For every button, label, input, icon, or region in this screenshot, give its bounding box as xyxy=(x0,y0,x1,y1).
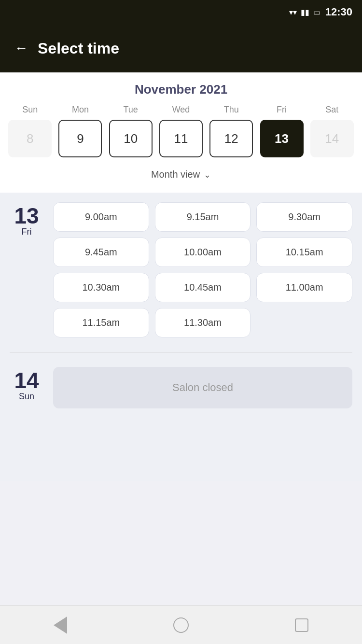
time-slot-1045am[interactable]: 10.45am xyxy=(155,273,251,302)
time-slot-1115am[interactable]: 11.15am xyxy=(53,308,149,337)
day-separator xyxy=(10,352,352,352)
recents-icon xyxy=(295,618,308,632)
time-slot-1030am[interactable]: 10.30am xyxy=(53,273,149,302)
time-slot-1100am[interactable]: 11.00am xyxy=(256,273,352,302)
signal-icon: ▮▮ xyxy=(301,8,309,17)
date-14[interactable]: 14 xyxy=(310,120,354,157)
weekday-headers: Sun Mon Tue Wed Thu Fri Sat xyxy=(0,105,362,115)
time-slot-1015am[interactable]: 10.15am xyxy=(256,238,352,267)
day-row-14: 14 Sun Salon closed xyxy=(10,367,352,408)
date-13[interactable]: 13 xyxy=(260,120,304,157)
weekday-tue: Tue xyxy=(109,105,153,115)
page-title: Select time xyxy=(38,40,119,57)
time-slot-915am[interactable]: 9.15am xyxy=(155,202,251,232)
nav-home-button[interactable] xyxy=(172,616,190,634)
weekday-sat: Sat xyxy=(310,105,354,115)
wifi-icon: ▾▾ xyxy=(289,8,297,17)
month-year-label: November 2021 xyxy=(0,82,362,97)
weekday-mon: Mon xyxy=(58,105,102,115)
time-slot-1000am[interactable]: 10.00am xyxy=(155,238,251,267)
nav-recents-button[interactable] xyxy=(293,616,310,634)
weekday-fri: Fri xyxy=(260,105,304,115)
nav-back-button[interactable] xyxy=(52,616,69,634)
day-label-14: 14 Sun xyxy=(10,367,43,402)
date-12[interactable]: 12 xyxy=(209,120,253,157)
battery-icon: ▭ xyxy=(313,8,320,17)
time-grid-13: 9.00am 9.15am 9.30am 9.45am 10.00am 10.1… xyxy=(53,202,352,337)
date-10[interactable]: 10 xyxy=(109,120,153,157)
status-bar: ▾▾ ▮▮ ▭ 12:30 xyxy=(0,0,362,24)
status-time: 12:30 xyxy=(325,6,352,18)
month-view-toggle[interactable]: Month view ⌄ xyxy=(0,164,362,188)
time-slot-945am[interactable]: 9.45am xyxy=(53,238,149,267)
status-icons: ▾▾ ▮▮ ▭ xyxy=(289,8,320,17)
day-row-13: 13 Fri 9.00am 9.15am 9.30am 9.45am 10.00… xyxy=(10,202,352,337)
time-slot-900am[interactable]: 9.00am xyxy=(53,202,149,232)
bottom-navigation xyxy=(0,605,362,644)
weekday-wed: Wed xyxy=(159,105,203,115)
date-8[interactable]: 8 xyxy=(8,120,52,157)
salon-closed-message: Salon closed xyxy=(53,367,352,408)
weekday-thu: Thu xyxy=(209,105,253,115)
day-label-13: 13 Fri xyxy=(10,202,43,237)
chevron-down-icon: ⌄ xyxy=(204,169,211,180)
date-11[interactable]: 11 xyxy=(159,120,203,157)
week-dates-row: 8 9 10 11 12 13 14 xyxy=(0,120,362,157)
back-icon xyxy=(54,616,67,634)
back-button[interactable]: ← xyxy=(14,41,28,56)
date-9[interactable]: 9 xyxy=(58,120,102,157)
day-number-13: 13 xyxy=(10,205,43,227)
day-number-14: 14 xyxy=(10,369,43,392)
day-name-14: Sun xyxy=(10,392,43,402)
time-slot-1130am[interactable]: 11.30am xyxy=(155,308,251,337)
calendar-section: November 2021 Sun Mon Tue Wed Thu Fri Sa… xyxy=(0,72,362,193)
time-slot-930am[interactable]: 9.30am xyxy=(256,202,352,232)
time-slots-section: 13 Fri 9.00am 9.15am 9.30am 9.45am 10.00… xyxy=(0,193,362,481)
month-view-label: Month view xyxy=(151,169,200,180)
day-name-13: Fri xyxy=(10,227,43,237)
weekday-sun: Sun xyxy=(8,105,52,115)
app-header: ← Select time xyxy=(0,24,362,72)
home-icon xyxy=(173,617,189,633)
